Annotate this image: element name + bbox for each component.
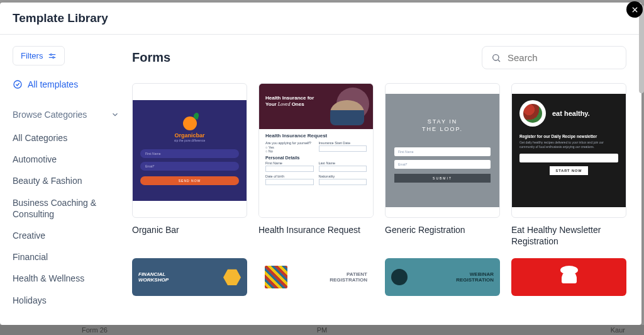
search-input-wrapper[interactable]	[482, 46, 626, 69]
modal-body: Filters All templates Browse Categories …	[0, 35, 641, 325]
template-title: Generic Registration	[385, 224, 500, 236]
thumb-field: First Name	[140, 149, 239, 158]
hero-line: Ones	[290, 101, 304, 107]
main-panel: Forms Organicbar sip the pure difference…	[132, 35, 641, 325]
template-card-webinar-registration[interactable]: WEBINARREGISTRATION	[385, 258, 500, 296]
template-card-generic-registration[interactable]: STAY INTHE LOOP. First Name Email* SUBMI…	[385, 83, 500, 247]
thumb-field: First Name	[394, 147, 491, 156]
filters-label: Filters	[21, 51, 43, 60]
category-item[interactable]: Business Coaching & Consulting	[13, 197, 119, 220]
thumb-headline: WEBINARREGISTRATION	[456, 271, 494, 283]
template-thumbnail: FINANCIALWORKSHOP	[132, 258, 247, 296]
category-item[interactable]: Financial	[13, 251, 119, 263]
thumb-description: Get daily healthy recipes delivered to y…	[519, 140, 618, 149]
all-templates-label: All templates	[28, 79, 78, 89]
family-photo-icon	[326, 88, 369, 125]
thumb-input	[265, 179, 314, 185]
check-circle-icon	[13, 79, 23, 89]
badge-icon	[391, 269, 408, 285]
food-plate-icon	[519, 100, 546, 127]
thumb-headline: PATIENTREGISTRATION	[292, 271, 367, 283]
thumb-organicbar: Organicbar sip the pure difference First…	[133, 100, 247, 201]
category-item[interactable]: Beauty & Fashion	[13, 175, 119, 186]
template-card-health-insurance[interactable]: Health Insurance for Your Loved Ones Hea…	[258, 83, 374, 247]
category-item[interactable]: Health & Wellness	[13, 273, 119, 284]
template-title: Health Insurance Request	[258, 224, 374, 236]
thumb-financial: FINANCIALWORKSHOP	[132, 258, 247, 296]
thumb-section: Personal Details	[265, 156, 367, 160]
thumb-field: Email*	[140, 162, 239, 171]
search-icon	[491, 53, 501, 63]
template-thumbnail: WEBINARREGISTRATION	[385, 258, 500, 296]
thumb-input	[319, 166, 367, 172]
thumb-submit: SEND NOW	[140, 176, 239, 185]
thumb-webinar: WEBINARREGISTRATION	[385, 258, 500, 296]
template-card-chef[interactable]	[511, 258, 626, 296]
svg-line-6	[498, 60, 500, 62]
svg-point-5	[493, 54, 499, 60]
thumb-input	[319, 179, 367, 185]
svg-point-2	[50, 54, 52, 55]
footer-time-suffix: PM	[317, 326, 328, 334]
section-heading: Forms	[132, 50, 170, 65]
thumb-generic: STAY INTHE LOOP. First Name Email* SUBMI…	[386, 94, 499, 207]
svg-point-3	[53, 57, 54, 58]
thumb-hero-row: eat healthy.	[519, 100, 618, 127]
radio-label: No	[269, 149, 273, 153]
svg-point-4	[14, 81, 21, 88]
search-input[interactable]	[506, 52, 617, 64]
thumb-label: Last Name	[319, 161, 367, 165]
thumb-label: Nationality	[319, 174, 367, 178]
close-button[interactable]	[626, 1, 643, 18]
template-thumbnail: eat healthy. Register for our Daily Reci…	[511, 83, 626, 218]
hero-line-italic: Loved	[278, 101, 291, 107]
vertical-scrollbar[interactable]	[639, 5, 644, 93]
footer-user-name: Kaur	[611, 326, 625, 334]
browse-categories-toggle[interactable]: Browse Categories	[13, 110, 119, 120]
chef-hat-icon	[562, 271, 577, 283]
thumb-radio: ○ No	[265, 149, 314, 153]
template-card-eat-healthy[interactable]: eat healthy. Register for our Daily Reci…	[511, 83, 626, 247]
orange-logo-icon	[183, 116, 197, 130]
template-thumbnail: STAY INTHE LOOP. First Name Email* SUBMI…	[385, 83, 500, 218]
category-item[interactable]: Creative	[13, 230, 119, 241]
template-card-organic-bar[interactable]: Organicbar sip the pure difference First…	[132, 83, 247, 247]
template-library-modal: Template Library Filters All templates B…	[0, 3, 641, 325]
hero-line: Your	[265, 101, 278, 107]
thumb-health: Health Insurance for Your Loved Ones Hea…	[259, 84, 373, 217]
browse-label: Browse Categories	[13, 110, 87, 120]
thumb-subtitle: Register for our Daily Recipe newsletter	[519, 134, 618, 139]
thumb-headline: STAY INTHE LOOP.	[422, 118, 463, 133]
thumb-field	[519, 154, 618, 162]
category-item[interactable]: Automotive	[13, 154, 119, 165]
footer-form-name: Form 26	[82, 326, 108, 334]
template-thumbnail: Health Insurance for Your Loved Ones Hea…	[258, 83, 374, 218]
template-card-financial-workshop[interactable]: FINANCIALWORKSHOP	[132, 258, 247, 296]
plaid-pattern-icon	[265, 266, 287, 288]
category-list: All Categories Automotive Beauty & Fashi…	[13, 132, 119, 306]
thumb-field: Email*	[394, 160, 491, 169]
hero-line: Health Insurance for	[265, 95, 314, 101]
template-title: Organic Bar	[132, 224, 247, 236]
close-icon	[631, 6, 639, 14]
thumb-form-body: Health Insurance Request Are you applyin…	[259, 129, 373, 191]
category-item[interactable]: All Categories	[13, 132, 119, 144]
hexagon-icon	[223, 268, 241, 286]
thumb-brand: Organicbar	[174, 132, 204, 139]
thumb-input	[319, 145, 367, 152]
category-item[interactable]: Holidays	[13, 295, 119, 306]
all-templates-link[interactable]: All templates	[13, 79, 119, 89]
thumb-hero: Health Insurance for Your Loved Ones	[259, 84, 373, 129]
template-thumbnail: Organicbar sip the pure difference First…	[132, 83, 247, 218]
sliders-icon	[48, 52, 57, 60]
thumb-subtitle: Health Insurance Request	[265, 133, 367, 139]
thumb-submit: START NOW	[550, 166, 589, 175]
filters-button[interactable]: Filters	[13, 46, 65, 65]
thumb-input	[265, 166, 314, 172]
template-grid: Organicbar sip the pure difference First…	[132, 83, 626, 296]
thumb-chef	[511, 258, 626, 296]
thumb-label: First Name	[265, 161, 314, 165]
modal-header: Template Library	[0, 3, 641, 35]
template-card-patient-registration[interactable]: PATIENTREGISTRATION	[258, 258, 374, 296]
template-thumbnail	[511, 258, 626, 296]
